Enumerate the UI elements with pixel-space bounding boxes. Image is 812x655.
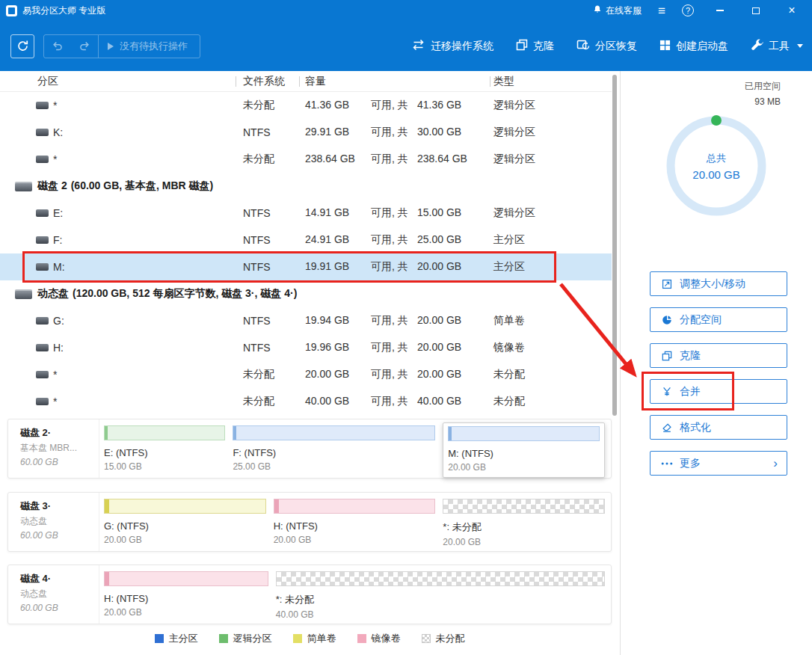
filesystem-value: 未分配 [236, 368, 299, 381]
partition-bar [233, 425, 435, 440]
partition-cell: * [0, 99, 236, 111]
legend-label: 未分配 [436, 632, 465, 645]
create-boot-disk-label: 创建启动盘 [676, 40, 728, 53]
disk-type: 动态盘 [20, 515, 99, 528]
filesystem-value: NTFS [236, 342, 299, 354]
partition-name: G: [53, 315, 64, 327]
partition-bar [443, 499, 605, 514]
maximize-button[interactable] [746, 4, 766, 17]
toolbar-actions: 迁移操作系统 克隆 分区恢复 创建启动盘 [411, 39, 803, 54]
minimize-button[interactable] [710, 4, 730, 17]
partition-size: 25.00 GB [233, 461, 435, 472]
online-service-button[interactable]: 在线客服 [593, 4, 642, 17]
logical-partition-swatch [219, 634, 228, 643]
partition-cell: M: [0, 261, 236, 273]
legend-simple: 简单卷 [293, 632, 336, 645]
resize-move-button[interactable]: 调整大小/移动 [650, 271, 787, 296]
titlebar: 易我分区大师 专业版 在线客服 ≡ ? × [0, 0, 812, 21]
partition-name: * [53, 153, 57, 165]
undo-button[interactable] [44, 35, 71, 58]
legend-label: 主分区 [169, 632, 198, 645]
tools-button[interactable]: 工具 [751, 39, 803, 54]
partition-block-unallocated-2[interactable]: *: 未分配 40.00 GB [276, 571, 605, 624]
partition-recovery-button[interactable]: 分区恢复 [576, 39, 637, 53]
migrate-os-label: 迁移操作系统 [431, 40, 493, 53]
total-space: 238.64 GB [417, 153, 467, 164]
disk-type: 基本盘 MBR... [20, 442, 99, 455]
type-value: 逻辑分区 [490, 126, 612, 139]
more-button[interactable]: 更多 › [650, 451, 787, 476]
capacity-separator: 可用, 共 [371, 341, 417, 354]
disk-group-name: 磁盘 2 [37, 179, 67, 193]
partition-block-unallocated[interactable]: *: 未分配 20.00 GB [443, 499, 605, 551]
capacity-cell: 19.94 GB可用, 共20.00 GB [299, 314, 490, 328]
close-button[interactable]: × [782, 4, 802, 17]
redo-button[interactable] [71, 35, 98, 58]
partition-block-f[interactable]: F: (NTFS) 25.00 GB [233, 425, 435, 478]
table-row-h[interactable]: H: NTFS 19.96 GB可用, 共20.00 GB 镜像卷 [0, 334, 612, 361]
disk-name: 磁盘 3· [20, 499, 99, 513]
create-boot-disk-button[interactable]: 创建启动盘 [659, 40, 728, 53]
vertical-scrollbar[interactable] [612, 75, 617, 416]
disk-2-panel: 磁盘 2· 基本盘 MBR... 60.00 GB E: (NTFS) 15.0… [7, 419, 612, 479]
table-row-m-selected[interactable]: M: NTFS 19.91 GB可用, 共20.00 GB 主分区 [0, 253, 612, 280]
dynamic-disk-group-row[interactable]: 动态盘 (120.00 GB, 512 每扇区字节数, 磁盘 3·, 磁盘 4·… [0, 280, 612, 307]
type-value: 镜像卷 [490, 341, 612, 354]
table-row-unallocated-2[interactable]: * 未分配 238.64 GB可用, 共238.64 GB 逻辑分区 [0, 146, 612, 173]
partition-cell: K: [0, 126, 236, 138]
partition-block-h[interactable]: H: (NTFS) 20.00 GB [274, 499, 436, 551]
menu-icon[interactable]: ≡ [658, 4, 665, 17]
table-row-e[interactable]: E: NTFS 14.91 GB可用, 共15.00 GB 逻辑分区 [0, 200, 612, 227]
disk-2-group-row[interactable]: 磁盘 2 (60.00 GB, 基本盘, MBR 磁盘) [0, 173, 612, 200]
partition-block-h2[interactable]: H: (NTFS) 20.00 GB [104, 571, 268, 624]
migrate-os-icon [411, 39, 425, 53]
capacity-cell: 19.96 GB可用, 共20.00 GB [299, 341, 490, 354]
refresh-button[interactable] [10, 34, 34, 58]
resize-move-icon [661, 279, 673, 289]
partition-recovery-icon [576, 39, 590, 53]
app-window: 易我分区大师 专业版 在线客服 ≡ ? × [0, 0, 812, 655]
partition-name: * [53, 396, 57, 408]
table-row-g[interactable]: G: NTFS 19.94 GB可用, 共20.00 GB 简单卷 [0, 307, 612, 334]
table-row-f[interactable]: F: NTFS 24.91 GB可用, 共25.00 GB 主分区 [0, 227, 612, 253]
partition-label: H: (NTFS) [104, 593, 268, 604]
clone-button[interactable]: 克隆 [516, 39, 554, 53]
disk-size: 60.00 GB [20, 457, 99, 467]
disk-group-name: 动态盘 [37, 287, 69, 301]
disk-size: 60.00 GB [20, 530, 99, 541]
migrate-os-button[interactable]: 迁移操作系统 [411, 39, 493, 53]
disk-group-info: (60.00 GB, 基本盘, MBR 磁盘) [71, 179, 214, 193]
format-button[interactable]: 格式化 [650, 415, 787, 440]
partition-block-m-selected[interactable]: M: (NTFS) 20.00 GB [443, 422, 605, 478]
table-row-unallocated-1[interactable]: * 未分配 41.36 GB可用, 共41.36 GB 逻辑分区 [0, 92, 612, 119]
partition-name: M: [53, 261, 65, 273]
partition-table: * 未分配 41.36 GB可用, 共41.36 GB 逻辑分区 K: NTFS… [0, 92, 612, 415]
total-space: 25.00 GB [417, 233, 461, 245]
partition-name: F: [53, 234, 62, 246]
partition-block-g[interactable]: G: (NTFS) 20.00 GB [104, 499, 266, 551]
partition-size: 40.00 GB [276, 609, 605, 620]
usage-donut-chart: 总共 20.00 GB [660, 110, 772, 222]
free-space: 19.94 GB [305, 314, 371, 326]
partition-bar [104, 425, 225, 440]
table-row-k[interactable]: K: NTFS 29.91 GB可用, 共30.00 GB 逻辑分区 [0, 119, 612, 146]
partition-cell: * [0, 153, 236, 165]
drive-icon [36, 236, 49, 244]
table-row-unallocated-4[interactable]: * 未分配 40.00 GB可用, 共40.00 GB 未分配 [0, 388, 612, 415]
capacity-separator: 可用, 共 [371, 314, 417, 328]
drive-icon [36, 263, 49, 271]
merge-button[interactable]: 合并 [650, 379, 787, 404]
help-button[interactable]: ? [682, 4, 694, 16]
table-row-unallocated-3[interactable]: * 未分配 20.00 GB可用, 共20.00 GB 未分配 [0, 361, 612, 388]
mirror-volume-swatch [357, 634, 366, 643]
format-icon [661, 422, 673, 433]
pending-operations-button[interactable]: 没有待执行操作 [98, 35, 200, 58]
donut-center-text: 总共 20.00 GB [660, 110, 772, 222]
allocate-space-button[interactable]: 分配空间 [650, 307, 787, 332]
drive-icon [36, 398, 49, 405]
clone-side-button[interactable]: 克隆 [650, 343, 787, 368]
legend: 主分区 逻辑分区 简单卷 镜像卷 未分配 [0, 632, 619, 645]
partition-block-e[interactable]: E: (NTFS) 15.00 GB [104, 425, 225, 478]
total-label: 总共 [707, 152, 726, 165]
free-space: 14.91 GB [305, 206, 371, 218]
